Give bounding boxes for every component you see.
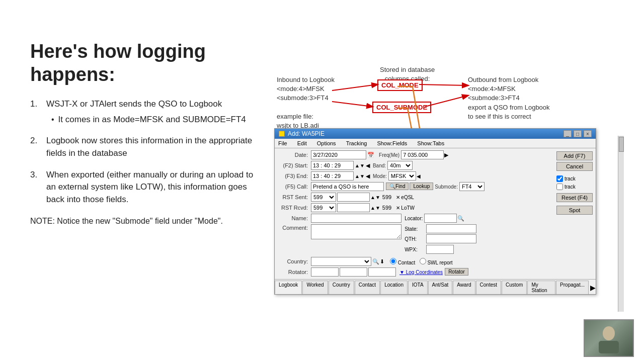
submode-select[interactable]: FT4 bbox=[459, 182, 485, 191]
mode-arrow-left[interactable]: ◀ bbox=[417, 173, 421, 179]
state-row: State: bbox=[405, 224, 476, 233]
menu-edit[interactable]: Edit bbox=[296, 140, 308, 147]
rotator-input3[interactable] bbox=[368, 267, 396, 277]
locator-btn[interactable]: 🔍 bbox=[457, 215, 464, 222]
inbound-line2: <mode:4>MFSK bbox=[277, 85, 325, 93]
date-row: Date: 📅 Freq(Me) ▶ bbox=[276, 150, 552, 159]
rst-sent-label: RST Sent: bbox=[276, 194, 311, 200]
tab-contest[interactable]: Contest bbox=[476, 281, 501, 294]
rotator-input1[interactable] bbox=[311, 267, 339, 277]
menu-show-tabs[interactable]: Show:Tabs bbox=[416, 140, 446, 147]
f2-arrow[interactable]: ◀ bbox=[366, 162, 370, 169]
rst-sent-input[interactable] bbox=[337, 193, 370, 202]
f2-spindown[interactable]: ▼ bbox=[360, 163, 365, 168]
f3-spinup[interactable]: ▲ bbox=[355, 173, 360, 179]
menu-options[interactable]: Options bbox=[315, 140, 338, 147]
svg-point-4 bbox=[603, 326, 615, 340]
steps-list: WSJT-X or JTAlert sends the QSO to Logbo… bbox=[30, 98, 262, 206]
outbound-line2: <mode:4>MFSK bbox=[468, 85, 516, 93]
freq-arrow[interactable]: ▶ bbox=[444, 152, 448, 158]
qth-row: QTH: bbox=[405, 234, 476, 243]
svg-line-1 bbox=[419, 84, 468, 85]
add-button[interactable]: Add (F7) bbox=[556, 151, 593, 160]
tab-award[interactable]: Award bbox=[453, 281, 475, 294]
lookup-btn[interactable]: Lookup bbox=[410, 183, 433, 190]
qth-input[interactable] bbox=[426, 234, 476, 243]
spot-button[interactable]: Spot bbox=[556, 206, 593, 215]
tab-custom[interactable]: Custom bbox=[502, 281, 527, 294]
band-select[interactable]: 40m bbox=[387, 161, 413, 170]
f3-spindown[interactable]: ▼ bbox=[360, 173, 365, 179]
name-input[interactable] bbox=[311, 214, 401, 223]
step-3: When exported (either manually or during… bbox=[30, 169, 262, 206]
reset-button[interactable]: Reset (F4) bbox=[556, 193, 593, 202]
contact-radio[interactable] bbox=[390, 258, 396, 264]
country-search[interactable]: 🔍 bbox=[372, 258, 379, 265]
state-input[interactable] bbox=[426, 224, 476, 233]
rst-rcvd-input[interactable] bbox=[337, 203, 370, 212]
tab-country[interactable]: Country bbox=[329, 281, 354, 294]
svg-line-2 bbox=[332, 102, 372, 107]
wpx-row: WPX: bbox=[405, 245, 476, 254]
tab-logbook[interactable]: Logbook bbox=[275, 281, 302, 294]
country-label: Country: bbox=[276, 258, 311, 264]
find-btn[interactable]: 🔍Find bbox=[386, 183, 409, 190]
log-coords-link[interactable]: ▼ Log Coordinates bbox=[399, 269, 443, 275]
step-1-text: WSJT-X or JTAlert sends the QSO to Logbo… bbox=[46, 99, 222, 109]
menu-file[interactable]: File bbox=[277, 140, 289, 147]
tab-iota[interactable]: IOTA bbox=[408, 281, 428, 294]
menu-tracking[interactable]: Tracking bbox=[345, 140, 369, 147]
scroll-thumb[interactable] bbox=[619, 137, 624, 152]
menu-show-fields[interactable]: Show:Fields bbox=[375, 140, 409, 147]
camera-inner bbox=[585, 320, 633, 356]
maximize-button[interactable]: □ bbox=[574, 130, 582, 137]
cancel-button[interactable]: Cancel bbox=[556, 162, 593, 171]
tab-mystation[interactable]: My Station bbox=[527, 281, 555, 294]
f3-input[interactable] bbox=[311, 171, 354, 180]
example-line1: example file: bbox=[277, 113, 313, 120]
wpx-input[interactable] bbox=[426, 245, 454, 254]
f5-input[interactable] bbox=[311, 182, 384, 191]
country-btn[interactable]: ⬇ bbox=[380, 258, 384, 265]
rst-rcvd-select[interactable]: 599 bbox=[311, 203, 336, 212]
eqsl-x: ✕ bbox=[396, 195, 400, 200]
svg-line-3 bbox=[425, 96, 468, 107]
close-button[interactable]: × bbox=[584, 130, 592, 137]
scroll-bar[interactable] bbox=[618, 136, 624, 312]
locator-input[interactable] bbox=[424, 214, 457, 223]
submode-label: Submode: bbox=[435, 184, 458, 190]
window-controls[interactable]: _ □ × bbox=[564, 130, 592, 137]
rotator-btn[interactable]: Rotator bbox=[445, 268, 468, 276]
logbook-tabs: Logbook Worked Country Contact Location … bbox=[275, 279, 596, 294]
mode-select[interactable]: MFSK bbox=[388, 171, 416, 180]
freq-input[interactable] bbox=[401, 150, 444, 159]
rotator-input2[interactable] bbox=[340, 267, 367, 277]
date-input[interactable] bbox=[311, 150, 366, 159]
f2-label: (F2) Start: bbox=[276, 162, 311, 168]
f2-input[interactable] bbox=[311, 161, 354, 170]
minimize-button[interactable]: _ bbox=[564, 130, 572, 137]
qth-label: QTH: bbox=[405, 236, 425, 242]
tabs-arrow[interactable]: ▶ bbox=[590, 284, 596, 292]
f3-arrow[interactable]: ◀ bbox=[366, 173, 370, 179]
window-title-area: Add: WA5PIE bbox=[279, 130, 325, 137]
window-titlebar: Add: WA5PIE _ □ × bbox=[275, 129, 596, 139]
tab-location[interactable]: Location bbox=[380, 281, 408, 294]
step-1-sub: It comes in as Mode=MFSK and SUBMODE=FT4 bbox=[51, 114, 262, 126]
band-track-check[interactable] bbox=[556, 175, 563, 182]
comment-input[interactable] bbox=[311, 224, 401, 239]
locator-label: Locator: bbox=[405, 216, 423, 221]
lotw-x: ✕ bbox=[396, 205, 400, 211]
rst-sent-select[interactable]: 599 bbox=[311, 193, 336, 202]
tab-worked[interactable]: Worked bbox=[302, 281, 328, 294]
tab-antsat[interactable]: Ant/Sat bbox=[428, 281, 453, 294]
swl-radio[interactable] bbox=[420, 258, 426, 264]
country-select[interactable] bbox=[311, 257, 371, 266]
rst-rcvd-spin[interactable]: ▲▼ bbox=[370, 205, 380, 211]
tab-contact[interactable]: Contact bbox=[355, 281, 380, 294]
rst-sent-spin[interactable]: ▲▼ bbox=[370, 195, 380, 200]
mode-track-check[interactable] bbox=[556, 184, 563, 190]
tab-propagat[interactable]: Propagat... bbox=[556, 281, 589, 294]
f2-spinup[interactable]: ▲ bbox=[355, 163, 360, 168]
title-icon bbox=[279, 131, 285, 137]
